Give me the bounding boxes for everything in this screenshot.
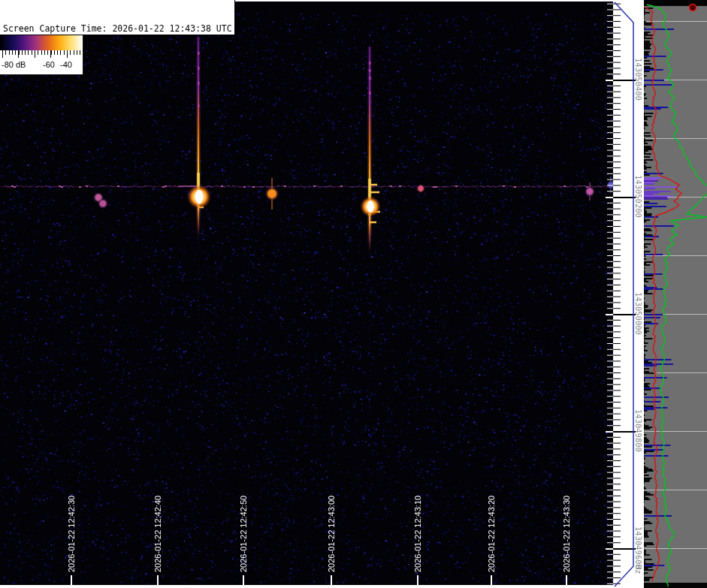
legend-label-max: -40 xyxy=(60,60,72,69)
time-label: 2026-01-22 12:43:10 xyxy=(413,496,423,572)
time-label: 2026-01-22 12:43:30 xyxy=(562,496,572,572)
frequency-label: 143050200 xyxy=(633,175,643,218)
capture-info-box: Screen Capture Time: 2026-01-22 12:43:38… xyxy=(0,0,235,35)
legend-label-min: -80 dB xyxy=(2,60,26,69)
frequency-label: 143049800 xyxy=(633,409,643,452)
config-text: Config = V8 xyxy=(3,89,234,100)
record-indicator xyxy=(688,3,698,13)
time-label: 2026-01-22 12:42:30 xyxy=(67,496,77,572)
legend-major-ticks xyxy=(2,50,80,58)
time-label: 2026-01-22 12:42:50 xyxy=(239,496,249,572)
frequency-label: 143049600 xyxy=(633,526,643,569)
frequency-label: 143050400 xyxy=(633,58,643,101)
spectrum-graph[interactable] xyxy=(644,0,707,588)
spectrum-lab-window: Screen Capture Time: 2026-01-22 12:43:38… xyxy=(0,0,707,588)
time-label: 2026-01-22 12:42:40 xyxy=(153,496,163,572)
frequency-label: 143050000 xyxy=(633,292,643,335)
time-label: 2026-01-22 12:43:20 xyxy=(487,496,497,572)
amplitude-color-legend: -80 dB -60 -40 xyxy=(0,35,83,75)
capture-time-text: Screen Capture Time: 2026-01-22 12:43:38… xyxy=(3,23,234,35)
frequency-unit-label: Hz xyxy=(633,565,643,574)
legend-label-mid: -60 xyxy=(43,60,55,69)
time-label: 2026-01-22 12:43:00 xyxy=(327,496,337,572)
color-gradient-bar xyxy=(0,35,83,50)
